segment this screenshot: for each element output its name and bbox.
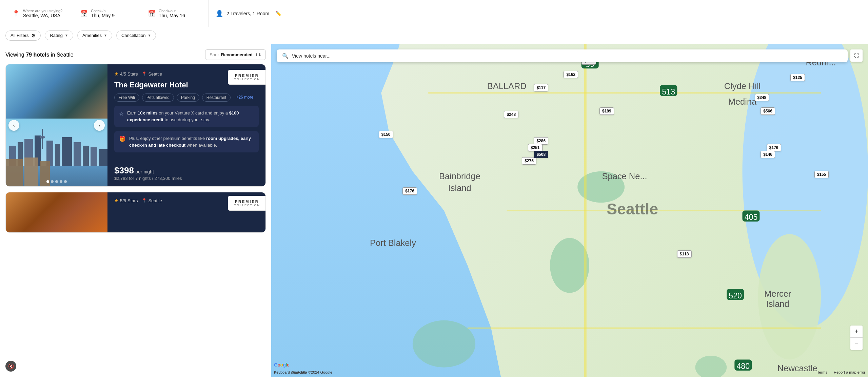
sort-value: Recommended [221,52,253,57]
hotel-price-sub-1: $2,783 for 7 nights / 278,300 miles [114,176,259,181]
promo-star-icon: ☆ [119,110,124,117]
price-pin-155[interactable]: $155 [814,171,829,178]
image-dot-2[interactable] [51,180,54,183]
image-dot-4[interactable] [60,180,62,183]
price-pin-176b[interactable]: $176 [402,187,417,195]
hotel-card-2[interactable]: PREMIER CoLLEcTiON ★ 5/5 Stars 📍 Seattle [5,192,266,233]
image-dots [46,180,67,183]
image-dot-3[interactable] [55,180,58,183]
image-dot-5[interactable] [64,180,67,183]
price-pin-286[interactable]: $286 [534,137,548,145]
calendar-icon: 📅 [80,10,87,17]
premier-badge-text-2: PREMIER [235,200,259,204]
map-search-text: View hotels near... [292,53,331,59]
hotel-card-1[interactable]: ‹ › PREMIER CoLLEcTiON ★ [5,64,266,187]
edit-icon[interactable]: ✏️ [275,11,282,17]
cancellation-chevron-icon: ▼ [147,34,151,37]
rating-chevron-icon: ▼ [65,34,68,37]
promo-banner-benefits: 🎁 Plus, enjoy other premium benefits lik… [114,131,259,152]
map-keyboard-shortcuts[interactable]: Keyboard shortcuts [274,370,306,374]
calendar-checkout-icon: 📅 [148,10,155,17]
svg-text:480: 480 [736,362,750,371]
price-pin-508[interactable]: $508 [534,151,548,158]
hotel-stars-value-2: 5/5 [120,198,126,203]
sort-dropdown[interactable]: Sort: Recommended ⬆⬇ [205,49,266,60]
hotel-price-1: $398 [114,165,134,175]
checkout-value: Thu, May 16 [159,13,185,18]
map-search-bar[interactable]: 🔍 View hotels near... [277,49,848,62]
cancellation-filter-button[interactable]: Cancellation ▼ [116,30,156,40]
svg-text:520: 520 [729,291,742,300]
pin-icon-1: 📍 [142,71,147,76]
travelers-segment[interactable]: 👤 2 Travelers, 1 Room ✏️ [209,0,289,27]
rating-filter-button[interactable]: Rating ▼ [45,30,73,40]
promo-banner-miles: ☆ Earn 10x miles on your Venture X card … [114,106,259,127]
svg-point-26 [413,320,475,368]
all-filters-label: All Filters [11,33,28,38]
zoom-in-button[interactable]: + [850,326,863,338]
left-panel: Viewing 79 hotels in Seattle Sort: Recom… [0,44,271,377]
checkin-segment[interactable]: 📅 Check-in Thu, May 9 [73,0,141,27]
all-filters-button[interactable]: All Filters ⚙ [5,30,41,41]
map-search-icon: 🔍 [282,53,289,59]
search-bar: 📍 Where are you staying? Seattle, WA, US… [0,0,868,27]
premier-badge-2: PREMIER CoLLEcTiON [228,196,266,211]
image-prev-button[interactable]: ‹ [8,120,19,131]
svg-rect-12 [74,142,81,166]
expand-icon: ⛶ [854,53,859,58]
rating-filter-label: Rating [50,33,63,38]
premier-badge-text-1: PREMIER [235,74,259,78]
filter-bar: All Filters ⚙ Rating ▼ Amenities ▼ Cance… [0,27,868,44]
svg-text:Seattle: Seattle [607,200,658,218]
star-icon-2: ★ [114,198,119,203]
premier-badge-1: PREMIER CoLLEcTiON [228,70,266,85]
svg-text:BALLARD: BALLARD [487,81,527,91]
price-pin-348[interactable]: $348 [755,94,769,101]
image-next-button[interactable]: › [94,120,105,131]
hotel-image-1 [6,64,107,186]
results-header: Viewing 79 hotels in Seattle Sort: Recom… [5,44,266,64]
price-miles: 278,300 miles [155,176,182,181]
map-terms[interactable]: Terms [817,370,827,374]
price-pin-248[interactable]: $248 [504,111,518,118]
svg-text:Island: Island [448,183,471,193]
svg-rect-8 [42,137,43,149]
hotel-location-2: 📍 Seattle [142,198,162,203]
svg-rect-10 [55,144,60,166]
map-panel[interactable]: Seattle GREEN LAKE BALLARD Space Ne... C… [271,44,868,377]
price-pin-146[interactable]: $146 [761,151,775,158]
price-pin-162[interactable]: $162 [564,71,578,78]
svg-text:Bainbridge: Bainbridge [439,171,480,181]
destination-segment[interactable]: 📍 Where are you staying? Seattle, WA, US… [5,0,73,27]
results-count-text: Viewing [5,52,24,58]
price-pin-176a[interactable]: $176 [767,144,781,151]
amenities-filter-button[interactable]: Amenities ▼ [77,30,112,40]
checkin-value: Thu, May 9 [91,13,115,18]
map-expand-button[interactable]: ⛶ [850,49,863,62]
hotel-image-2 [6,192,107,233]
price-pin-125[interactable]: $125 [790,74,805,81]
price-pin-117[interactable]: $117 [534,84,548,91]
amenities-chevron-icon: ▼ [104,34,107,37]
svg-text:405: 405 [745,213,758,222]
amenity-more-button[interactable]: +26 more [233,93,256,102]
price-pin-566[interactable]: $566 [761,107,775,115]
price-pin-275[interactable]: $275 [522,157,536,165]
amenity-tag-parking: Parking [177,93,199,102]
results-count: Viewing 79 hotels in Seattle [5,52,74,58]
price-pin-118[interactable]: $118 [677,250,692,258]
map-container[interactable]: Seattle GREEN LAKE BALLARD Space Ne... C… [271,44,868,377]
hotel-location-text-2: Seattle [148,198,162,203]
map-report-error[interactable]: Report a map error [834,370,865,374]
zoom-out-button[interactable]: − [850,338,863,350]
sound-button[interactable]: 🔇 [5,361,16,372]
promo-bold-upgrades: room upgrades, early check-in and late c… [129,136,251,148]
hotel-location-text-1: Seattle [148,71,162,77]
price-pin-251[interactable]: $251 [528,144,542,151]
svg-rect-14 [91,147,97,166]
price-pin-189[interactable]: $189 [599,107,614,115]
checkout-segment[interactable]: 📅 Check-out Thu, May 16 [141,0,209,27]
price-pin-150[interactable]: $150 [379,131,393,138]
image-dot-1[interactable] [46,180,49,183]
main-content: Viewing 79 hotels in Seattle Sort: Recom… [0,44,868,377]
